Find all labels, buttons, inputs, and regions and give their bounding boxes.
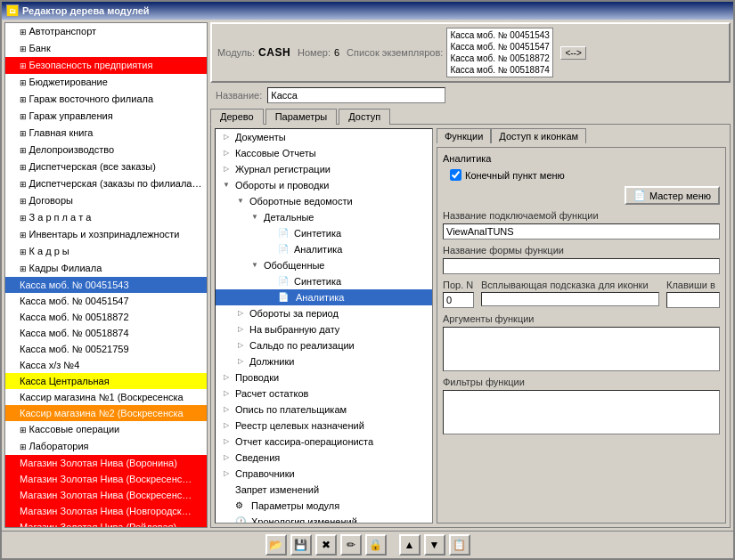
tree-item[interactable]: ▼Детальные <box>216 209 432 225</box>
tree-item[interactable]: ▷Проводки <box>216 369 432 386</box>
func-tab-0[interactable]: Функции <box>437 128 491 143</box>
tab-дерево[interactable]: Дерево <box>210 109 264 125</box>
list-item[interactable]: Кассир магазина №1 (Воскресенска <box>5 389 207 405</box>
tree-item[interactable]: ▷Документы <box>216 129 432 145</box>
list-item[interactable]: ⊞ Кассовые операции <box>5 421 207 438</box>
swap-button[interactable]: <--> <box>560 46 585 60</box>
window-title: Редактор дерева модулей <box>22 5 150 16</box>
tree-item[interactable]: ▷Обороты за период <box>216 305 432 321</box>
tree-item[interactable]: ▷Должники <box>216 353 432 369</box>
list-item[interactable]: Касса моб. № 00518874 <box>5 325 207 341</box>
list-item[interactable]: Магазин Золотая Нива (Воскресенс… <box>5 487 207 503</box>
list-item[interactable]: Магазин Золотая Нива (Новгородск… <box>5 503 207 519</box>
func-tab-content: Аналитика Конечный пункт меню 📄 Мастер м… <box>437 147 726 523</box>
list-item[interactable]: ⊞ Договоры <box>5 192 207 209</box>
tab-доступ[interactable]: Доступ <box>339 109 390 125</box>
module-value: CASH <box>258 46 290 59</box>
tree-item[interactable]: ▷Опись по плательщикам <box>216 402 432 418</box>
tree-item[interactable]: 📄Синтетика <box>216 225 432 241</box>
tree-item[interactable]: ▷Журнал регистрации <box>216 161 432 177</box>
list-item[interactable]: ⊞ Делопроизводство <box>5 142 207 158</box>
number-value: 6 <box>334 47 339 58</box>
list-box[interactable]: Касса моб. № 00451543Касса моб. № 004515… <box>446 28 553 77</box>
filters-input[interactable] <box>443 390 720 434</box>
list-item[interactable]: ⊞ Гараж восточного филиала <box>5 91 207 108</box>
tree-item[interactable]: ▷Отчет кассира-операциониста <box>216 434 432 450</box>
tree-item[interactable]: 📄Аналитика <box>216 241 432 257</box>
list-item[interactable]: Касса моб. № 00451547 <box>5 293 207 309</box>
tree-item[interactable]: ▼Обобщенные <box>216 257 432 273</box>
list-box-item[interactable]: Касса моб. № 00451547 <box>450 41 550 53</box>
tree-item[interactable]: 🕐Хронология изменений <box>216 514 432 523</box>
list-item[interactable]: ⊞ Инвентарь и хозпринадлежности <box>5 226 207 243</box>
klavishi-input[interactable] <box>666 292 720 308</box>
toolbar-lock-button[interactable]: 🔒 <box>365 534 387 556</box>
toolbar-copy-button[interactable]: 📋 <box>449 534 470 556</box>
filters-label: Фильтры функции <box>443 377 720 387</box>
toolbar-edit-button[interactable]: ✏ <box>340 534 362 556</box>
func-tab-1[interactable]: Доступ к иконкам <box>491 128 586 143</box>
bottom-toolbar: 📂 💾 ✖ ✏ 🔒 ▲ ▼ 📋 <box>2 531 733 558</box>
form-name-input[interactable] <box>443 258 720 274</box>
tree-item[interactable]: ▷Сальдо по реализации <box>216 337 432 353</box>
list-item[interactable]: ⊞ Автотранспорт <box>5 23 207 40</box>
name-input[interactable] <box>267 87 445 103</box>
list-item[interactable]: Касса моб. № 00521759 <box>5 341 207 357</box>
list-item[interactable]: ⊞ Лаборатория <box>5 438 207 455</box>
list-item[interactable]: ⊞ Банк <box>5 40 207 57</box>
list-item[interactable]: ⊞ Бюджетирование <box>5 74 207 91</box>
list-item[interactable]: Кассир магазина №2 (Воскресенска <box>5 405 207 421</box>
list-box-item[interactable]: Касса моб. № 00518872 <box>450 53 550 64</box>
end-point-checkbox[interactable] <box>450 169 461 181</box>
list-item[interactable]: ⊞ Диспетчерская (заказы по филиала… <box>5 175 207 192</box>
tab-content: ▷Документы▷Кассовые Отчеты▷Журнал регист… <box>210 124 731 528</box>
filters-group: Фильтры функции <box>443 377 720 434</box>
list-item[interactable]: ⊞ Главная книга <box>5 125 207 142</box>
list-field: Список экземпляров: Касса моб. № 0045154… <box>347 28 553 77</box>
window-icon: 🗂 <box>6 4 19 17</box>
left-list[interactable]: ⊞ Автотранспорт⊞ Банк⊞ Безопасность пред… <box>5 23 207 527</box>
tooltip-input[interactable] <box>481 292 659 306</box>
toolbar-delete-button[interactable]: ✖ <box>315 534 337 556</box>
tree-item[interactable]: Запрет изменений <box>216 482 432 498</box>
toolbar-save-button[interactable]: 💾 <box>290 534 312 556</box>
master-menu-button[interactable]: 📄 Мастер меню <box>625 186 720 205</box>
list-item[interactable]: Касса Центральная <box>5 373 207 389</box>
por-n-input[interactable] <box>443 292 474 308</box>
tree-item[interactable]: ▷Кассовые Отчеты <box>216 145 432 161</box>
toolbar-up-button[interactable]: ▲ <box>399 534 421 556</box>
list-item[interactable]: Магазин Золотая Нива (Воскресенс… <box>5 471 207 487</box>
tree-panel[interactable]: ▷Документы▷Кассовые Отчеты▷Журнал регист… <box>215 128 433 523</box>
list-item[interactable]: ⊞ Безопасность предприятия <box>5 57 207 74</box>
list-item[interactable]: Касса х/з №4 <box>5 357 207 373</box>
tree-item[interactable]: ▷Сведения <box>216 450 432 466</box>
tree-item[interactable]: ▷Реестр целевых назначений <box>216 418 432 434</box>
list-item[interactable]: Касса моб. № 00518872 <box>5 309 207 325</box>
args-input[interactable] <box>443 327 720 371</box>
tree-item[interactable]: ▷Справочники <box>216 466 432 482</box>
tree-item[interactable]: ▼Оборотные ведомости <box>216 193 432 209</box>
tree-item[interactable]: 📄Синтетика <box>216 273 432 289</box>
toolbar-open-button[interactable]: 📂 <box>265 534 287 556</box>
functions-panel: ФункцииДоступ к иконкам Аналитика Конечн… <box>437 128 726 523</box>
list-box-item[interactable]: Касса моб. № 00518874 <box>450 64 550 76</box>
tabs-area: ДеревоПараметрыДоступ ▷Документы▷Кассовы… <box>210 108 731 528</box>
tab-параметры[interactable]: Параметры <box>265 109 338 125</box>
tree-item[interactable]: ▷На выбранную дату <box>216 321 432 337</box>
func-tab-strip: ФункцииДоступ к иконкам <box>437 128 726 143</box>
tree-item[interactable]: 📄Аналитика <box>216 289 432 305</box>
tree-item[interactable]: ⚙Параметры модуля <box>216 498 432 514</box>
tree-item[interactable]: ▼Обороты и проводки <box>216 177 432 193</box>
tree-item[interactable]: ▷Расчет остатков <box>216 386 432 402</box>
list-item[interactable]: Касса моб. № 00451543 <box>5 277 207 293</box>
list-item[interactable]: ⊞ Гараж управления <box>5 108 207 125</box>
list-item[interactable]: Магазин Золотая Нива (Воронина) <box>5 455 207 471</box>
list-box-item[interactable]: Касса моб. № 00451543 <box>450 29 550 41</box>
list-item[interactable]: Магазин Золотая Нива (Рейдовая) <box>5 519 207 527</box>
list-item[interactable]: ⊞ Кадры Филиала <box>5 260 207 277</box>
list-item[interactable]: ⊞ З а р п л а т а <box>5 209 207 226</box>
list-item[interactable]: ⊞ Диспетчерская (все заказы) <box>5 158 207 175</box>
list-item[interactable]: ⊞ К а д р ы <box>5 243 207 260</box>
toolbar-down-button[interactable]: ▼ <box>424 534 445 556</box>
func-name-input[interactable] <box>443 223 720 239</box>
